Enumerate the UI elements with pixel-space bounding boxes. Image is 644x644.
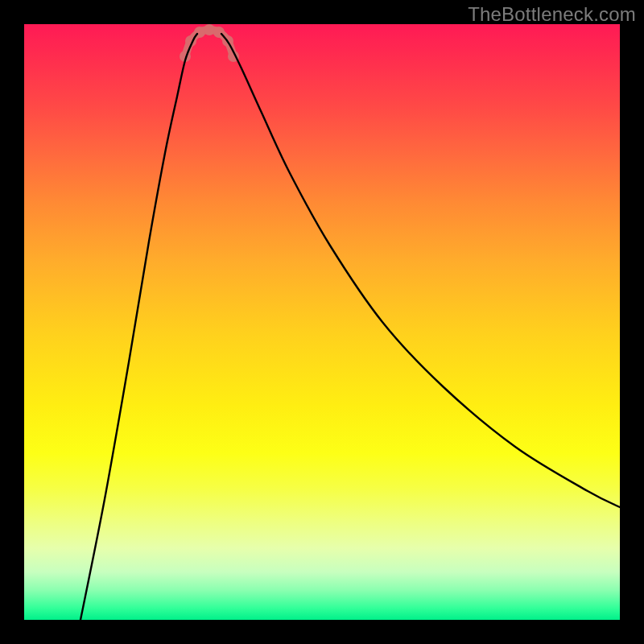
fit-overlay-dots bbox=[180, 24, 239, 62]
chart-frame: TheBottleneck.com bbox=[0, 0, 644, 644]
curve-right-branch bbox=[221, 34, 620, 507]
plot-area bbox=[24, 24, 620, 620]
curve-left-branch bbox=[80, 34, 197, 620]
watermark-text: TheBottleneck.com bbox=[468, 3, 636, 26]
fit-marker-dot bbox=[204, 24, 215, 35]
curve-layer bbox=[24, 24, 620, 620]
fit-overlay-group bbox=[180, 24, 239, 62]
